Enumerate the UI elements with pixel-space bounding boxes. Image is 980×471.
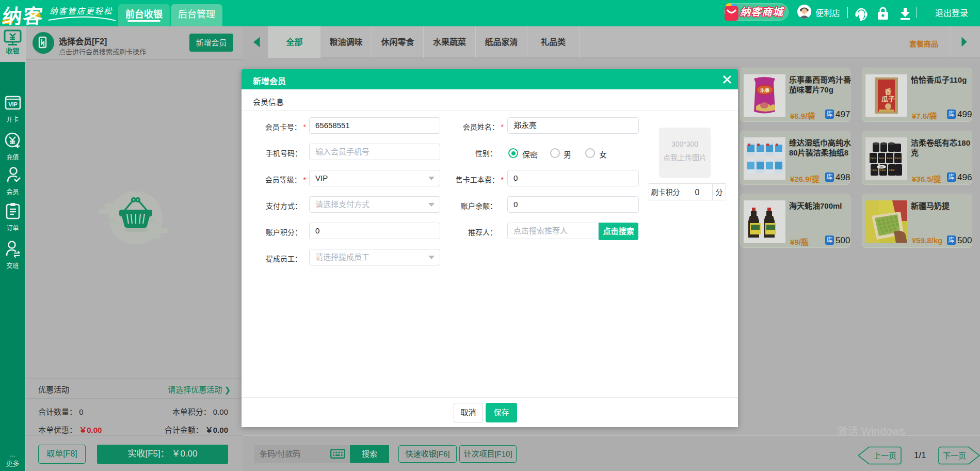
svg-text:下一页: 下一页: [943, 451, 966, 460]
svg-text:Face: Face: [887, 156, 892, 160]
svg-text:Face: Face: [880, 168, 886, 171]
svg-text:VIP: VIP: [8, 101, 18, 107]
svg-text:香: 香: [884, 88, 892, 96]
svg-text:Face: Face: [878, 156, 884, 160]
svg-text:Face: Face: [871, 168, 877, 171]
svg-text:Face: Face: [870, 156, 876, 160]
svg-text:上一页: 上一页: [873, 451, 896, 460]
svg-text:瓜子: 瓜子: [881, 95, 895, 103]
svg-text:乐事: 乐事: [760, 87, 769, 93]
svg-text:Face: Face: [895, 156, 901, 160]
svg-text:Face: Face: [889, 168, 894, 171]
